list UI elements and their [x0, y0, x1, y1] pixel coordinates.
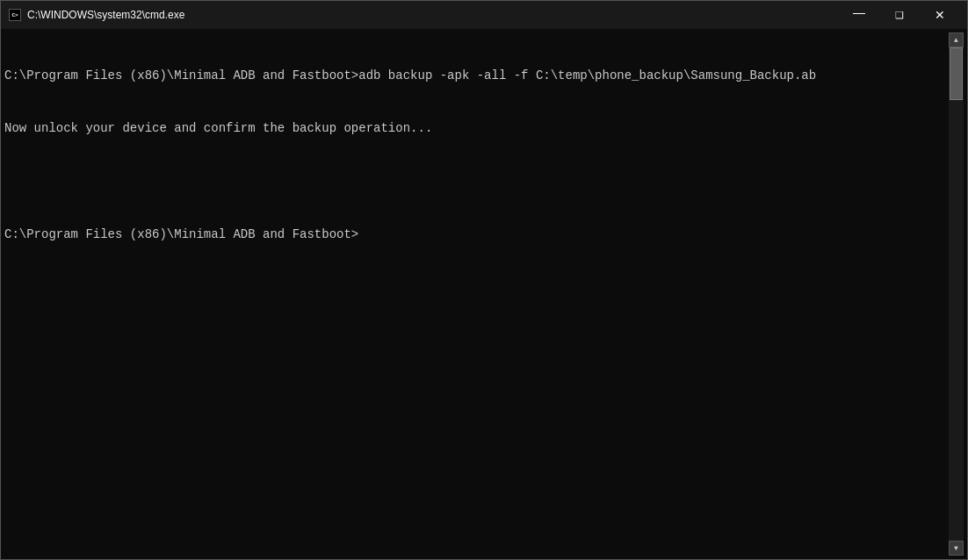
- scroll-thumb[interactable]: [950, 47, 963, 100]
- window-icon: [8, 8, 22, 22]
- terminal-line-1: C:\Program Files (x86)\Minimal ADB and F…: [4, 67, 949, 85]
- window-title: C:\WINDOWS\system32\cmd.exe: [27, 9, 839, 21]
- vertical-scrollbar[interactable]: ▲ ▼: [949, 32, 964, 556]
- window-controls: — ❑ ✕: [839, 1, 960, 29]
- scroll-up-button[interactable]: ▲: [949, 32, 964, 47]
- minimize-button[interactable]: —: [839, 1, 879, 29]
- close-button[interactable]: ✕: [920, 1, 960, 29]
- terminal-line-2: Now unlock your device and confirm the b…: [4, 119, 949, 138]
- terminal-content[interactable]: C:\Program Files (x86)\Minimal ADB and F…: [4, 32, 949, 556]
- terminal-body: C:\Program Files (x86)\Minimal ADB and F…: [1, 29, 967, 559]
- terminal-line-3: [4, 173, 949, 191]
- terminal-line-4: C:\Program Files (x86)\Minimal ADB and F…: [4, 226, 949, 244]
- scroll-track[interactable]: [949, 47, 964, 541]
- title-bar: C:\WINDOWS\system32\cmd.exe — ❑ ✕: [1, 1, 967, 29]
- scroll-down-button[interactable]: ▼: [949, 541, 964, 556]
- maximize-button[interactable]: ❑: [879, 1, 920, 29]
- cmd-window: C:\WINDOWS\system32\cmd.exe — ❑ ✕ C:\Pro…: [0, 0, 968, 560]
- cmd-icon: [9, 9, 21, 21]
